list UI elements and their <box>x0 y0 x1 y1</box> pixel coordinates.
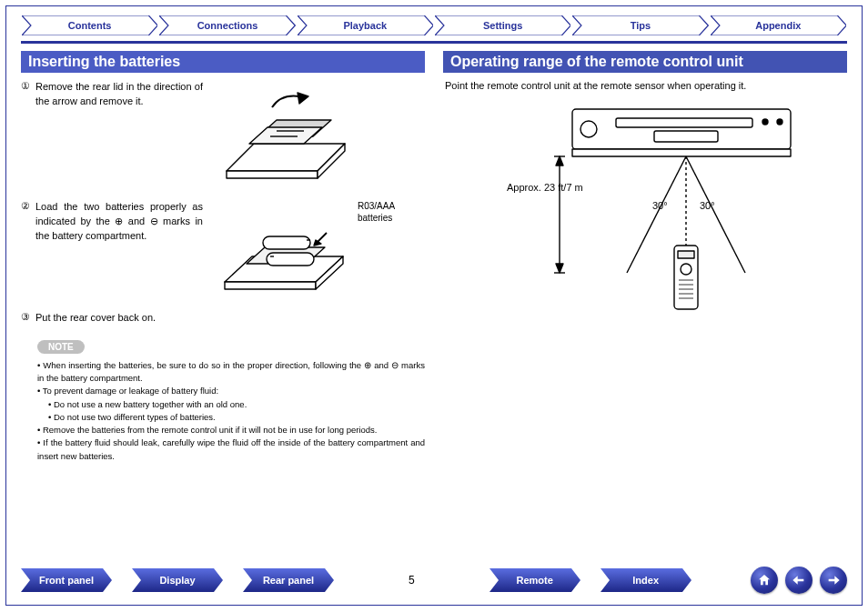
arrow-left-icon <box>792 573 806 587</box>
svg-rect-18 <box>263 236 310 249</box>
tab-label: Tips <box>572 15 708 35</box>
section-title-range: Operating range of the remote control un… <box>443 51 847 73</box>
rear-panel-button[interactable]: Rear panel <box>243 568 334 592</box>
tab-label: Settings <box>435 15 570 35</box>
svg-marker-10 <box>249 127 322 144</box>
svg-marker-37 <box>556 264 563 273</box>
step-number: ① <box>21 80 35 92</box>
tab-tips[interactable]: Tips <box>572 15 708 35</box>
figure-load-batteries: R03/AAA batteries <box>208 200 395 300</box>
step-text: Put the rear cover back on. <box>35 311 425 326</box>
range-description: Point the remote control unit at the rem… <box>445 80 847 91</box>
note-item: Remove the batteries from the remote con… <box>37 424 425 436</box>
step-text: Load the two batteries properly as indic… <box>35 200 208 244</box>
page-number: 5 <box>393 574 429 587</box>
top-nav: Contents Connections Playback Settings T… <box>21 15 847 35</box>
note-item: When inserting the batteries, be sure to… <box>37 359 425 386</box>
figure-operating-range: Approx. 23 ft/7 m 30° 30° <box>443 100 847 318</box>
angle-right-label: 30° <box>700 200 715 211</box>
home-button[interactable] <box>751 567 778 594</box>
home-icon <box>757 573 772 587</box>
range-distance-label: Approx. 23 ft/7 m <box>507 182 583 193</box>
battery-insert-icon <box>208 200 354 300</box>
svg-rect-25 <box>616 118 752 127</box>
operating-range-icon: Approx. 23 ft/7 m 30° 30° <box>472 100 818 318</box>
figure-remove-lid <box>208 80 354 189</box>
svg-marker-22 <box>314 240 321 246</box>
note-badge: NOTE <box>37 340 85 354</box>
note-item: If the battery fluid should leak, carefu… <box>37 436 425 463</box>
note-subitem: Do not use a new battery together with a… <box>48 398 425 411</box>
nav-divider <box>21 41 847 44</box>
tab-settings[interactable]: Settings <box>435 15 570 35</box>
svg-marker-7 <box>227 171 318 178</box>
left-column: Inserting the batteries ① Remove the rea… <box>21 51 425 463</box>
tab-contents[interactable]: Contents <box>22 15 157 35</box>
front-panel-button[interactable]: Front panel <box>21 568 112 592</box>
notes-list: When inserting the batteries, be sure to… <box>21 359 425 463</box>
remote-lid-icon <box>208 80 354 189</box>
remote-button[interactable]: Remote <box>490 568 580 592</box>
prev-button[interactable] <box>785 567 812 594</box>
index-button[interactable]: Index <box>601 568 691 592</box>
tab-playback[interactable]: Playback <box>298 15 433 35</box>
svg-rect-23 <box>572 109 791 149</box>
note-item: To prevent damage or leakage of battery … <box>37 385 425 424</box>
figure-label: R03/AAA batteries <box>358 200 395 224</box>
step-number: ③ <box>21 311 35 323</box>
step-2: ② Load the two batteries properly as ind… <box>21 200 425 300</box>
svg-marker-11 <box>298 93 308 104</box>
step-number: ② <box>21 200 35 212</box>
step-text: Remove the rear lid in the direction of … <box>35 80 208 109</box>
svg-marker-36 <box>556 156 563 166</box>
arrow-right-icon <box>826 573 841 587</box>
svg-point-28 <box>762 119 768 125</box>
step-3: ③ Put the rear cover back on. <box>21 311 425 326</box>
note-subitem: Do not use two different types of batter… <box>48 411 425 424</box>
svg-rect-24 <box>572 149 791 156</box>
angle-left-label: 30° <box>652 200 668 211</box>
tab-label: Appendix <box>711 15 846 35</box>
svg-rect-19 <box>267 253 314 266</box>
svg-rect-39 <box>678 251 694 258</box>
svg-point-27 <box>580 121 597 137</box>
right-column: Operating range of the remote control un… <box>443 51 847 463</box>
tab-label: Contents <box>22 15 157 35</box>
svg-point-29 <box>777 119 782 125</box>
tab-label: Playback <box>298 15 433 35</box>
tab-label: Connections <box>159 15 295 35</box>
display-button[interactable]: Display <box>132 568 223 592</box>
svg-rect-26 <box>654 131 718 142</box>
next-button[interactable] <box>820 567 847 594</box>
step-1: ① Remove the rear lid in the direction o… <box>21 80 425 189</box>
tab-connections[interactable]: Connections <box>159 15 295 35</box>
tab-appendix[interactable]: Appendix <box>711 15 846 35</box>
svg-marker-15 <box>225 282 316 289</box>
section-title-batteries: Inserting the batteries <box>21 51 425 73</box>
bottom-bar: Front panel Display Rear panel 5 Remote … <box>21 567 847 594</box>
